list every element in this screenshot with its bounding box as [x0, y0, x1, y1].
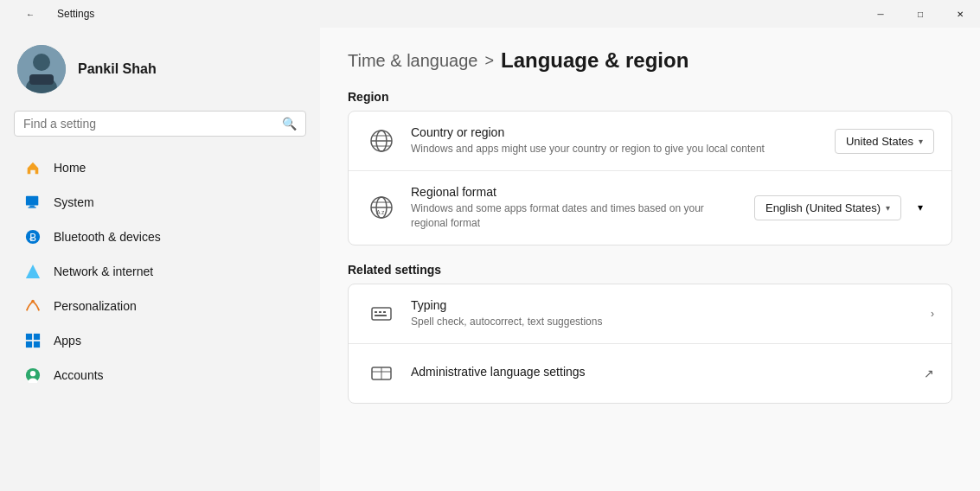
titlebar: ← Settings ─ □ ✕	[0, 0, 980, 28]
admin-row[interactable]: Administrative language settings ↗	[349, 344, 951, 403]
breadcrumb-separator: >	[484, 52, 494, 70]
sidebar: Pankil Shah 🔍 Home Syst	[0, 28, 320, 491]
breadcrumb-parent: Time & language	[348, 51, 477, 71]
related-settings-section: Related settings Typing	[348, 263, 952, 404]
svg-rect-33	[375, 315, 387, 316]
regional-value: English (United States)	[765, 201, 881, 214]
country-dropdown-control: United States ▾	[835, 129, 934, 154]
window-controls: ─ □ ✕	[861, 0, 980, 28]
country-region-text: Country or region Windows and apps might…	[411, 125, 821, 156]
back-button[interactable]: ←	[10, 0, 50, 28]
app-body: Pankil Shah 🔍 Home Syst	[0, 28, 980, 491]
regional-format-desc: Windows and some apps format dates and t…	[411, 201, 740, 231]
regional-expand-button[interactable]: ▾	[906, 194, 934, 221]
sidebar-item-network[interactable]: Network & internet	[7, 254, 313, 289]
sidebar-item-apps-label: Apps	[54, 334, 81, 348]
svg-point-10	[31, 300, 35, 303]
svg-rect-12	[34, 334, 40, 340]
globe-icon	[366, 125, 397, 156]
search-icon: 🔍	[282, 117, 297, 131]
sidebar-item-network-label: Network & internet	[54, 265, 153, 278]
svg-point-16	[30, 371, 35, 376]
country-value: United States	[846, 135, 913, 148]
personalization-icon	[24, 297, 42, 315]
svg-marker-9	[26, 265, 40, 278]
user-profile: Pankil Shah	[0, 35, 320, 111]
svg-rect-6	[29, 207, 36, 207]
titlebar-left: ← Settings	[10, 0, 94, 28]
typing-text: Typing Spell check, autocorrect, text su…	[411, 298, 917, 329]
expand-icon: ▾	[918, 201, 923, 214]
region-section-title: Region	[348, 90, 952, 104]
sidebar-item-accounts[interactable]: Accounts	[7, 358, 313, 392]
regional-format-icon: A z	[366, 192, 397, 223]
sidebar-item-personalization[interactable]: Personalization	[7, 289, 313, 323]
admin-title: Administrative language settings	[411, 365, 910, 379]
sidebar-item-system-label: System	[54, 195, 94, 209]
regional-format-title: Regional format	[411, 185, 740, 199]
sidebar-item-home[interactable]: Home	[7, 150, 313, 185]
svg-rect-3	[29, 74, 54, 85]
typing-chevron-icon: ›	[931, 308, 934, 320]
typing-icon	[366, 298, 397, 329]
search-box[interactable]: 🔍	[14, 111, 306, 137]
svg-rect-31	[379, 311, 381, 313]
svg-rect-32	[383, 311, 386, 313]
admin-external-icon: ↗	[924, 367, 934, 380]
sidebar-item-home-label: Home	[54, 161, 86, 175]
svg-rect-13	[26, 341, 32, 348]
svg-rect-11	[26, 334, 32, 340]
regional-format-text: Regional format Windows and some apps fo…	[411, 185, 740, 231]
sidebar-item-accounts-label: Accounts	[54, 368, 104, 382]
network-icon	[24, 263, 42, 280]
minimize-button[interactable]: ─	[861, 0, 900, 28]
country-region-desc: Windows and apps might use your country …	[411, 142, 821, 156]
svg-rect-30	[375, 311, 377, 313]
country-region-row: Country or region Windows and apps might…	[349, 112, 951, 171]
region-card: Country or region Windows and apps might…	[348, 111, 952, 246]
bluetooth-icon: Ƀ	[24, 228, 42, 246]
typing-desc: Spell check, autocorrect, text suggestio…	[411, 315, 917, 329]
svg-text:A: A	[376, 209, 381, 215]
admin-icon	[366, 358, 397, 389]
sidebar-item-bluetooth[interactable]: Ƀ Bluetooth & devices	[7, 220, 313, 254]
main-content: Time & language > Language & region Regi…	[320, 28, 980, 491]
breadcrumb-current: Language & region	[501, 48, 689, 73]
typing-row[interactable]: Typing Spell check, autocorrect, text su…	[349, 284, 951, 344]
svg-text:Ƀ: Ƀ	[29, 232, 36, 243]
apps-icon	[24, 332, 42, 349]
country-region-title: Country or region	[411, 125, 821, 139]
regional-format-row: A z Regional format Windows and some app…	[349, 171, 951, 245]
close-button[interactable]: ✕	[940, 0, 980, 28]
regional-dropdown[interactable]: English (United States) ▾	[754, 195, 901, 220]
sidebar-item-system[interactable]: System	[7, 185, 313, 220]
app-title: Settings	[57, 8, 94, 20]
related-settings-card: Typing Spell check, autocorrect, text su…	[348, 284, 952, 404]
home-icon	[24, 159, 42, 176]
svg-text:z: z	[381, 209, 385, 215]
accounts-icon	[24, 367, 42, 384]
svg-rect-14	[34, 341, 40, 348]
related-settings-title: Related settings	[348, 263, 952, 277]
admin-text: Administrative language settings	[411, 365, 910, 381]
svg-point-1	[33, 54, 50, 71]
search-input[interactable]	[23, 117, 275, 131]
maximize-button[interactable]: □	[900, 0, 940, 28]
user-name: Pankil Shah	[78, 61, 157, 77]
avatar	[17, 45, 66, 93]
country-chevron-icon: ▾	[919, 137, 923, 146]
regional-dropdown-control: English (United States) ▾ ▾	[754, 194, 934, 221]
typing-title: Typing	[411, 298, 917, 312]
svg-rect-4	[26, 196, 38, 206]
breadcrumb: Time & language > Language & region	[348, 48, 952, 73]
sidebar-item-personalization-label: Personalization	[54, 299, 137, 313]
sidebar-item-bluetooth-label: Bluetooth & devices	[54, 230, 161, 244]
sidebar-item-apps[interactable]: Apps	[7, 323, 313, 358]
svg-rect-29	[372, 308, 391, 320]
system-icon	[24, 194, 42, 211]
country-dropdown[interactable]: United States ▾	[835, 129, 934, 154]
regional-chevron-icon: ▾	[886, 203, 890, 213]
svg-rect-5	[29, 206, 34, 207]
